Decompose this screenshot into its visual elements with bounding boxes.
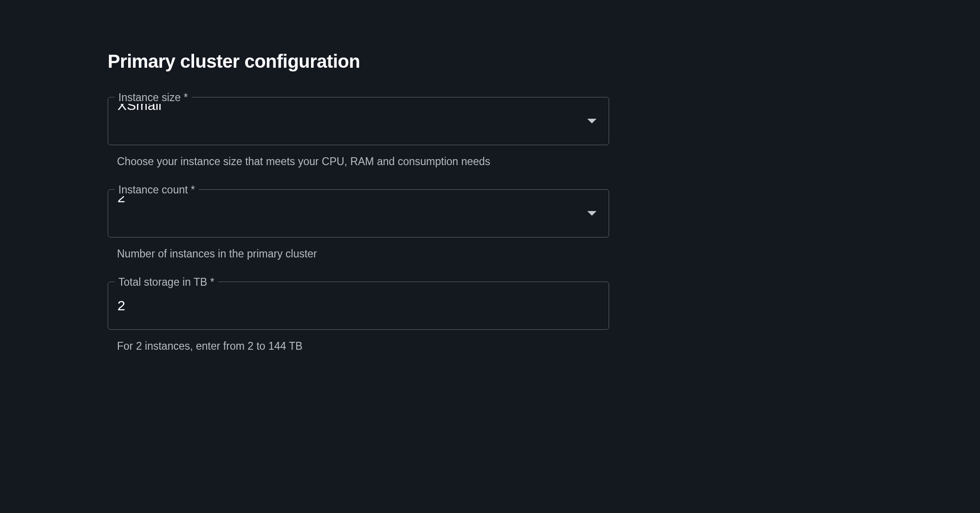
caret-down-icon	[587, 119, 597, 123]
total-storage-group: Total storage in TB * For 2 instances, e…	[108, 282, 609, 353]
caret-down-icon	[587, 211, 597, 216]
instance-count-value: 2	[108, 190, 587, 237]
instance-size-label: Instance size *	[115, 91, 192, 104]
total-storage-input[interactable]	[108, 282, 609, 329]
instance-count-select[interactable]: Instance count * 2	[108, 189, 609, 237]
primary-cluster-config: Primary cluster configuration Instance s…	[108, 51, 609, 353]
instance-size-value: XSmall	[108, 97, 587, 145]
total-storage-help: For 2 instances, enter from 2 to 144 TB	[117, 340, 609, 353]
total-storage-field-wrapper: Total storage in TB *	[108, 282, 609, 330]
instance-size-select[interactable]: Instance size * XSmall	[108, 97, 609, 145]
instance-count-help: Number of instances in the primary clust…	[117, 248, 609, 260]
section-heading: Primary cluster configuration	[108, 51, 609, 72]
instance-size-help: Choose your instance size that meets you…	[117, 155, 609, 168]
total-storage-label: Total storage in TB *	[115, 276, 218, 289]
instance-count-group: Instance count * 2 Number of instances i…	[108, 189, 609, 260]
instance-count-label: Instance count *	[115, 184, 199, 196]
instance-size-group: Instance size * XSmall Choose your insta…	[108, 97, 609, 168]
